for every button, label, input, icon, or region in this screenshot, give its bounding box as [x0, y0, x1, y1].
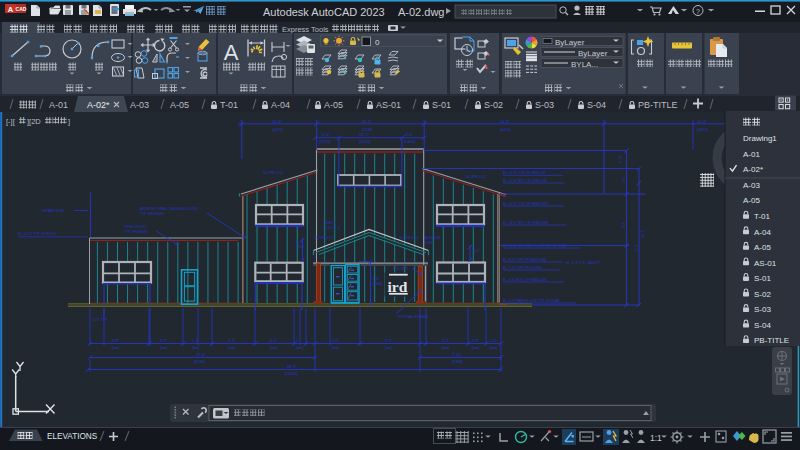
- svg-text:[mm]: [mm]: [296, 346, 303, 350]
- svg-text:SLOPE 4:12: SLOPE 4:12: [466, 175, 486, 179]
- svg-text:[mm]: [mm]: [442, 346, 449, 350]
- svg-text:A-04: A-04: [271, 100, 290, 110]
- svg-text:27′-0″: 27′-0″: [196, 353, 206, 357]
- svg-text:2′-0″: 2′-0″: [622, 176, 626, 183]
- svg-text:A: A: [8, 5, 14, 14]
- svg-text:[4000]: [4000]: [359, 139, 370, 144]
- svg-text:[mm]: [mm]: [160, 346, 167, 350]
- svg-text:TYP. THIS ELEV.: TYP. THIS ELEV.: [124, 230, 149, 234]
- svg-text:ByLayer: ByLayer: [578, 49, 608, 58]
- svg-text:4′-6″: 4′-6″: [322, 132, 331, 137]
- svg-text:EL. 20′-8″ BOT. OF WINDOW: EL. 20′-8″ BOT. OF WINDOW: [503, 179, 547, 183]
- svg-text:4′-6″: 4′-6″: [332, 339, 340, 343]
- svg-text:A-03: A-03: [130, 100, 149, 110]
- svg-text:TYP. THIS ELEV.: TYP. THIS ELEV.: [140, 212, 165, 216]
- svg-text:EL. 18′-0″ BOT. OF WINDOWS: EL. 18′-0″ BOT. OF WINDOWS: [503, 221, 549, 225]
- svg-text:A-02.dwg: A-02.dwg: [398, 6, 444, 18]
- svg-text:[2388]: [2388]: [452, 360, 463, 364]
- svg-text:SIGN: SIGN: [425, 241, 433, 245]
- svg-text:[mm]: [mm]: [385, 346, 392, 350]
- svg-text:1′-6″: 1′-6″: [490, 339, 498, 343]
- svg-text:ByLayer: ByLayer: [555, 38, 585, 47]
- svg-text:ADDRESS: ADDRESS: [425, 236, 440, 240]
- svg-text:4′-2″: 4′-2″: [442, 339, 450, 343]
- svg-text:22′-8″: 22′-8″: [641, 229, 645, 238]
- svg-text:EL. 4′-0″ BOT. OF WINDOWS: EL. 4′-0″ BOT. OF WINDOWS: [503, 278, 548, 282]
- svg-text:7′-10″: 7′-10″: [452, 353, 462, 357]
- svg-text:1′-4″: 1′-4″: [192, 339, 200, 343]
- svg-text:SLOPE 4:12: SLOPE 4:12: [399, 236, 418, 240]
- svg-text:11′-4″: 11′-4″: [634, 243, 638, 252]
- svg-text:EL. 8′-0″ TOP OF WINDOWS: EL. 8′-0″ TOP OF WINDOWS: [503, 258, 547, 262]
- svg-text:AS-01: AS-01: [754, 259, 777, 268]
- svg-text:A-03: A-03: [743, 181, 760, 190]
- svg-text:[305]: [305]: [296, 245, 304, 249]
- svg-text:COLOR 3: COLOR 3: [393, 267, 408, 271]
- svg-text:[1372]: [1372]: [319, 139, 330, 144]
- svg-text:A-04: A-04: [754, 228, 771, 237]
- svg-text:T-01: T-01: [220, 100, 238, 110]
- svg-text:S-03: S-03: [535, 100, 554, 110]
- svg-text:[mm]: [mm]: [192, 346, 199, 350]
- svg-text:3′-4″: 3′-4″: [160, 339, 168, 343]
- svg-text:6′-0″: 6′-0″: [385, 339, 393, 343]
- svg-text:S-03: S-03: [754, 305, 771, 314]
- svg-text:S-02: S-02: [484, 100, 503, 110]
- svg-text:PB-TITLE: PB-TITLE: [638, 100, 678, 110]
- svg-text:[1402]: [1402]: [404, 139, 415, 144]
- svg-text:COLOR 4: COLOR 4: [323, 226, 340, 230]
- svg-text:EL. 14′-4″ TOP OF ROOF: EL. 14′-4″ TOP OF ROOF: [18, 232, 56, 236]
- svg-text:S-01: S-01: [432, 100, 451, 110]
- svg-text:A-05: A-05: [324, 100, 343, 110]
- svg-text:ELEVATIONS: ELEVATIONS: [47, 432, 98, 441]
- svg-text:[2438]: [2438]: [373, 282, 383, 286]
- svg-text:14′-8″: 14′-8″: [500, 120, 510, 124]
- svg-text:?: ?: [696, 8, 700, 15]
- svg-text:1′: 1′: [296, 339, 299, 343]
- svg-text:[4470]: [4470]: [500, 128, 511, 132]
- svg-text:Autodesk AutoCAD 2023: Autodesk AutoCAD 2023: [263, 6, 385, 18]
- svg-text:14′-8″: 14′-8″: [272, 120, 282, 124]
- svg-text:ird: ird: [388, 278, 408, 295]
- svg-text:0: 0: [375, 38, 380, 47]
- svg-text:[mm]: [mm]: [270, 346, 277, 350]
- svg-text:A-01: A-01: [49, 100, 68, 110]
- svg-text:30′-4″: 30′-4″: [362, 120, 372, 124]
- svg-text:[mm]: [mm]: [490, 346, 497, 350]
- svg-text:[4470]: [4470]: [697, 128, 708, 132]
- svg-text:A-05: A-05: [170, 100, 189, 110]
- svg-text:4′-0″: 4′-0″: [270, 339, 278, 343]
- svg-text:A-05: A-05: [754, 243, 771, 252]
- svg-text:[mm]: [mm]: [112, 346, 119, 350]
- svg-text:AS-01: AS-01: [376, 100, 401, 110]
- svg-text:SLOPE 4:12: SLOPE 4:12: [263, 171, 283, 175]
- svg-text:EXPAND ELEV.: EXPAND ELEV.: [42, 209, 65, 213]
- svg-text:EL. 11′-4″ SECOND FLOOR TOP O: EL. 11′-4″ SECOND FLOOR TOP OF SLAB: [503, 244, 567, 248]
- svg-text:[25806]: [25806]: [285, 372, 298, 376]
- svg-text:S-01: S-01: [754, 274, 771, 283]
- svg-text:CAD: CAD: [16, 6, 27, 12]
- svg-text:13′-1″: 13′-1″: [359, 132, 370, 137]
- svg-text:8′-0″: 8′-0″: [373, 277, 381, 281]
- svg-text:[mm]: [mm]: [332, 346, 339, 350]
- svg-text:A-02*: A-02*: [743, 165, 763, 174]
- svg-text:T-01: T-01: [754, 212, 771, 221]
- svg-text:ARCHITECTURAL CLADDING COLOR 1: ARCHITECTURAL CLADDING COLOR 1: [140, 207, 199, 211]
- svg-text:BYLA...: BYLA...: [571, 60, 598, 69]
- svg-text:8′-8″: 8′-8″: [622, 221, 626, 228]
- svg-text:PB-TITLE: PB-TITLE: [754, 336, 789, 345]
- svg-text:SLOPE 4:12: SLOPE 4:12: [314, 236, 333, 240]
- svg-text:EL. 20′-0″ TOP OF WINDOWS: EL. 20′-0″ TOP OF WINDOWS: [503, 202, 549, 206]
- svg-text:4′-6″: 4′-6″: [405, 132, 414, 137]
- svg-text:A-05: A-05: [743, 196, 760, 205]
- svg-text:EL. 22′-8″ TOP OF WINDOW: EL. 22′-8″ TOP OF WINDOW: [503, 171, 547, 175]
- svg-text:S-04: S-04: [754, 321, 771, 330]
- svg-text:[mm]: [mm]: [472, 346, 479, 350]
- svg-text:4′-8″: 4′-8″: [112, 339, 120, 343]
- svg-text:S-02: S-02: [754, 290, 771, 299]
- svg-text:OPTIONAL SIGNAGE: OPTIONAL SIGNAGE: [397, 315, 428, 319]
- svg-text:4′-0″ TYP.: 4′-0″ TYP.: [93, 318, 108, 322]
- svg-text:Drawing1: Drawing1: [743, 134, 777, 143]
- svg-text:[4470]: [4470]: [272, 128, 283, 132]
- svg-text:[-][: [-][: [6, 117, 16, 126]
